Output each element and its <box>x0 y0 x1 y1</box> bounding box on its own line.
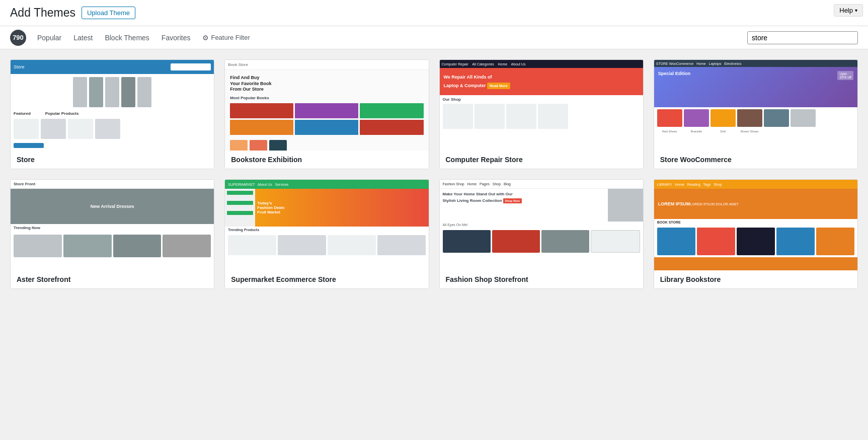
theme-preview-woo: STORE WooCommerce Home Laptops Electroni… <box>654 60 857 151</box>
theme-name-library: Library Bookstore <box>654 270 857 288</box>
themes-nav: 790 Popular Latest Block Themes Favorite… <box>0 26 868 49</box>
tab-latest[interactable]: Latest <box>68 30 98 46</box>
tab-popular[interactable]: Popular <box>32 30 66 46</box>
page-header: Add Themes Upload Theme <box>0 0 868 26</box>
search-input[interactable] <box>747 31 858 44</box>
theme-card-aster[interactable]: Store Front New Arrival Dresses Trending… <box>10 179 214 289</box>
theme-preview-fashion: Fashion Shop Home Pages Shop Blog Make Y… <box>440 180 643 270</box>
upload-theme-button[interactable]: Upload Theme <box>82 7 135 19</box>
theme-card-fashion[interactable]: Fashion Shop Home Pages Shop Blog Make Y… <box>439 179 644 289</box>
theme-preview-store: Store Featured Popular Products <box>11 60 214 151</box>
themes-wrap: Store Featured Popular Products <box>0 49 868 299</box>
search-wrap <box>747 31 858 44</box>
theme-name-bookstore: Bookstore Exhibition <box>225 151 428 169</box>
themes-grid: Store Featured Popular Products <box>10 59 858 289</box>
theme-name-store: Store <box>11 151 214 169</box>
gear-icon: ⚙ <box>202 34 209 42</box>
theme-card-computer[interactable]: Computer Repair All Categories Home Abou… <box>439 59 644 169</box>
theme-card-bookstore[interactable]: Book Store Find And BuyYour Favorite Boo… <box>224 59 429 169</box>
theme-name-woo: Store WooCommerce <box>654 151 857 169</box>
chevron-down-icon: ▾ <box>855 8 857 13</box>
tab-block-themes[interactable]: Block Themes <box>100 30 154 46</box>
theme-card-store[interactable]: Store Featured Popular Products <box>10 59 214 169</box>
theme-preview-bookstore: Book Store Find And BuyYour Favorite Boo… <box>225 60 428 151</box>
help-button[interactable]: Help ▾ <box>834 4 863 17</box>
theme-card-library[interactable]: LIBRARY Home Reading Tags Shop LOREM IPS… <box>654 179 858 289</box>
help-label: Help <box>839 7 853 14</box>
theme-preview-computer: Computer Repair All Categories Home Abou… <box>440 60 643 151</box>
feature-filter-link[interactable]: ⚙ Feature Filter <box>197 30 255 46</box>
theme-card-woo[interactable]: STORE WooCommerce Home Laptops Electroni… <box>654 59 858 169</box>
theme-preview-library: LIBRARY Home Reading Tags Shop LOREM IPS… <box>654 180 857 270</box>
theme-name-aster: Aster Storefront <box>11 270 214 288</box>
theme-count-badge: 790 <box>10 30 26 46</box>
feature-filter-label: Feature Filter <box>211 34 250 41</box>
theme-name-computer: Computer Repair Store <box>440 151 643 169</box>
theme-name-fashion: Fashion Shop Storefront <box>440 270 643 288</box>
theme-preview-aster: Store Front New Arrival Dresses Trending… <box>11 180 214 270</box>
tab-favorites[interactable]: Favorites <box>156 30 196 46</box>
theme-card-super[interactable]: SUPERMARKET About Us Services Today's <box>224 179 429 289</box>
page-title: Add Themes <box>10 6 75 20</box>
theme-name-super: Supermarket Ecommerce Store <box>225 270 428 288</box>
theme-preview-super: SUPERMARKET About Us Services Today's <box>225 180 428 270</box>
